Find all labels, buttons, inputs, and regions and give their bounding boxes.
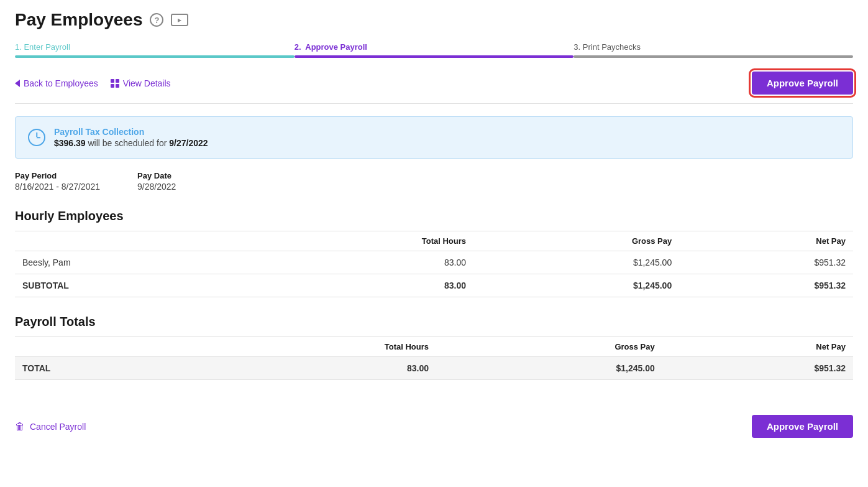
- subtotal-hours: 83.00: [252, 274, 473, 297]
- step-3-bar: [573, 55, 853, 58]
- payroll-totals-section: Payroll Totals Total Hours Gross Pay Net…: [15, 315, 853, 380]
- trash-icon: 🗑: [15, 421, 25, 432]
- subtotal-gross: $1,245.00: [473, 274, 679, 297]
- back-to-employees-link[interactable]: Back to Employees: [15, 78, 98, 88]
- approve-payroll-button-top[interactable]: Approve Payroll: [752, 72, 853, 95]
- back-to-employees-label: Back to Employees: [24, 78, 98, 88]
- totals-table-header-row: Total Hours Gross Pay Net Pay: [15, 337, 853, 357]
- subtotal-net: $951.32: [679, 274, 853, 297]
- steps-container: 1. Enter Payroll 2. Approve Payroll 3. P…: [15, 42, 853, 58]
- employee-gross-pay: $1,245.00: [473, 251, 679, 274]
- hourly-table-header-row: Total Hours Gross Pay Net Pay: [15, 231, 853, 251]
- col-total-hours: Total Hours: [252, 231, 473, 251]
- total-net: $951.32: [662, 357, 853, 380]
- totals-col-net: Net Pay: [662, 337, 853, 357]
- pay-info: Pay Period 8/16/2021 - 8/27/2021 Pay Dat…: [15, 171, 853, 192]
- step-print-paychecks: 3. Print Paychecks: [573, 42, 853, 58]
- cancel-payroll-label: Cancel Payroll: [30, 422, 86, 432]
- tax-banner-content: Payroll Tax Collection $396.39 will be s…: [54, 127, 208, 148]
- step-2-label: 2. Approve Payroll: [295, 42, 574, 52]
- totals-col-hours: Total Hours: [193, 337, 436, 357]
- tax-banner-description: $396.39 will be scheduled for 9/27/2022: [54, 138, 208, 148]
- col-gross-pay: Gross Pay: [473, 231, 679, 251]
- toolbar-left: Back to Employees View Details: [15, 78, 171, 88]
- total-label: TOTAL: [15, 357, 193, 380]
- back-arrow-icon: [15, 80, 20, 87]
- pay-period-value: 8/16/2021 - 8/27/2021: [15, 182, 100, 192]
- subtotal-row: SUBTOTAL 83.00 $1,245.00 $951.32: [15, 274, 853, 297]
- total-row: TOTAL 83.00 $1,245.00 $951.32: [15, 357, 853, 380]
- hourly-employees-table: Total Hours Gross Pay Net Pay Beesly, Pa…: [15, 231, 853, 297]
- view-details-link[interactable]: View Details: [111, 78, 171, 88]
- clock-icon: [28, 129, 45, 146]
- view-details-label: View Details: [123, 78, 171, 88]
- total-gross: $1,245.00: [436, 357, 662, 380]
- hourly-employees-title: Hourly Employees: [15, 209, 853, 223]
- pay-date-value: 9/28/2022: [137, 182, 176, 192]
- pay-period-label: Pay Period: [15, 171, 100, 180]
- step-1-label: 1. Enter Payroll: [15, 42, 295, 52]
- toolbar: Back to Employees View Details Approve P…: [15, 63, 853, 104]
- subtotal-label: SUBTOTAL: [15, 274, 252, 297]
- tax-collection-banner: Payroll Tax Collection $396.39 will be s…: [15, 116, 853, 159]
- step-enter-payroll: 1. Enter Payroll: [15, 42, 295, 58]
- cancel-payroll-link[interactable]: 🗑 Cancel Payroll: [15, 421, 86, 432]
- page-title: Pay Employees: [15, 10, 142, 30]
- video-icon[interactable]: [171, 14, 188, 26]
- employee-net-pay: $951.32: [679, 251, 853, 274]
- table-row: Beesly, Pam 83.00 $1,245.00 $951.32: [15, 251, 853, 274]
- step-2-bar: [295, 55, 574, 58]
- step-1-bar: [15, 55, 295, 58]
- col-employee-name: [15, 231, 252, 251]
- step-3-label: 3. Print Paychecks: [573, 42, 853, 52]
- grid-icon: [111, 79, 119, 88]
- payroll-totals-table: Total Hours Gross Pay Net Pay TOTAL 83.0…: [15, 336, 853, 380]
- col-net-pay: Net Pay: [679, 231, 853, 251]
- help-icon[interactable]: ?: [150, 13, 163, 27]
- hourly-employees-section: Hourly Employees Total Hours Gross Pay N…: [15, 209, 853, 297]
- step-approve-payroll: 2. Approve Payroll: [295, 42, 574, 58]
- total-hours: 83.00: [193, 357, 436, 380]
- payroll-totals-title: Payroll Totals: [15, 315, 853, 329]
- employee-total-hours: 83.00: [252, 251, 473, 274]
- tax-banner-title: Payroll Tax Collection: [54, 127, 208, 137]
- employee-name: Beesly, Pam: [15, 251, 252, 274]
- tax-amount: $396.39: [54, 138, 86, 148]
- page-footer: 🗑 Cancel Payroll Approve Payroll: [15, 405, 853, 438]
- pay-date-label: Pay Date: [137, 171, 176, 180]
- totals-col-name: [15, 337, 193, 357]
- page-header: Pay Employees ?: [15, 10, 853, 30]
- approve-payroll-button-bottom[interactable]: Approve Payroll: [752, 415, 853, 438]
- pay-period-group: Pay Period 8/16/2021 - 8/27/2021: [15, 171, 100, 192]
- tax-date: 9/27/2022: [169, 138, 208, 148]
- pay-date-group: Pay Date 9/28/2022: [137, 171, 176, 192]
- totals-col-gross: Gross Pay: [436, 337, 662, 357]
